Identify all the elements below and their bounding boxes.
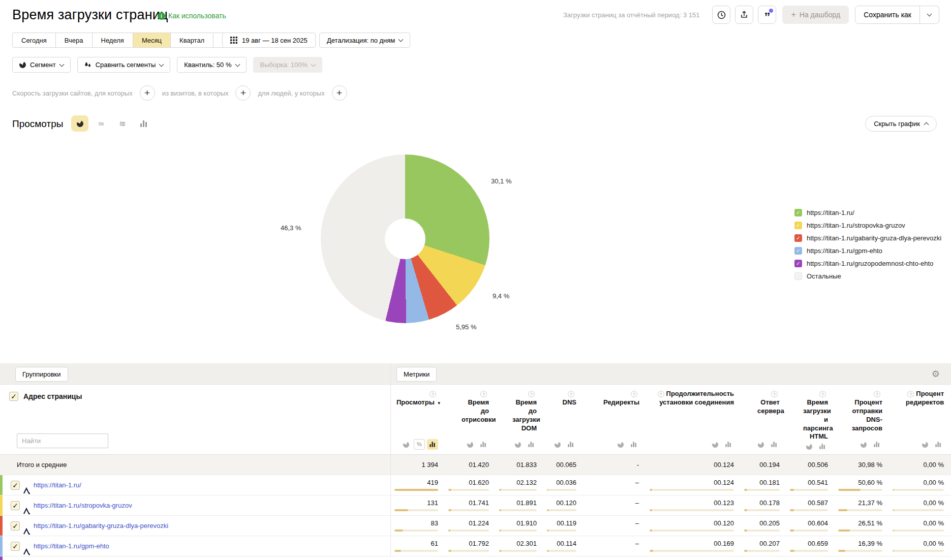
column-header-redirects[interactable]: ?Редиректы <box>582 385 646 454</box>
chart-legend: ✓ https://titan-1.ru/ ✓ https://titan-1.… <box>794 206 941 283</box>
column-header-html-parse[interactable]: ?Время загрузки и парсинга HTML <box>786 385 834 454</box>
how-to-use-link[interactable]: i Как использовать <box>158 12 226 20</box>
add-site-filter-button[interactable]: + <box>140 85 155 101</box>
help-circle-icon: ? <box>771 391 778 397</box>
pie-toggle-icon[interactable] <box>858 439 869 450</box>
pie-toggle-icon[interactable] <box>401 439 412 450</box>
search-input[interactable] <box>17 433 108 448</box>
tab-month[interactable]: Месяц <box>133 33 171 48</box>
save-as-dropdown[interactable] <box>920 6 939 24</box>
legend-item[interactable]: ✓ https://titan-1.ru/gpm-ehto <box>794 244 941 257</box>
help-circle-icon: ? <box>819 391 826 397</box>
date-range-button[interactable]: 19 авг — 18 сен 2025 <box>222 33 316 48</box>
pie-label-red: 5,95 % <box>456 323 476 331</box>
quantile-dropdown[interactable]: Квантиль: 50 % <box>177 57 246 73</box>
pie-toggle-icon[interactable] <box>804 441 815 452</box>
help-circle-icon: ? <box>568 391 574 397</box>
column-header-dns-percent[interactable]: ?Процент отправки DNS-запросов <box>834 385 888 454</box>
hide-chart-button[interactable]: Скрыть график <box>865 116 937 132</box>
bars-toggle-icon[interactable] <box>723 439 734 450</box>
legend-checkbox[interactable]: ✓ <box>794 260 802 267</box>
detalization-dropdown[interactable]: Детализация: по дням <box>319 33 410 48</box>
legend-item[interactable]: ✓ https://titan-1.ru/gruzopodemnost-chto… <box>794 257 941 270</box>
column-header-connection[interactable]: ?Продолжительность установки соединения <box>646 385 740 454</box>
legend-checkbox-unchecked[interactable]: ✓ <box>794 272 802 280</box>
legend-item[interactable]: ✓ https://titan-1.ru/ <box>794 206 941 219</box>
column-header-redirect-percent[interactable]: ?Процент редиректов <box>888 385 950 454</box>
chevron-down-icon <box>927 12 932 17</box>
bars-toggle-icon[interactable] <box>628 439 639 450</box>
tab-today[interactable]: Сегодня <box>12 33 56 48</box>
pie-chart[interactable] <box>321 154 489 323</box>
segment-dropdown[interactable]: Сегмент <box>12 57 71 73</box>
groupings-button[interactable]: Группировки <box>15 367 68 382</box>
legend-checkbox[interactable]: ✓ <box>794 209 802 216</box>
calendar-grid-icon <box>230 37 237 44</box>
add-to-dashboard-button[interactable]: + На дашборд <box>782 6 849 24</box>
legend-checkbox[interactable]: ✓ <box>794 247 802 255</box>
legend-item[interactable]: ✓ https://titan-1.ru/stropovka-gruzov <box>794 219 941 232</box>
percent-toggle[interactable]: % <box>414 439 425 450</box>
column-header-server-response[interactable]: ?Ответ сервера <box>740 385 786 454</box>
table-row: ✓ https://titan-1.ru/gpm-ehto 61 01.792 … <box>0 536 951 556</box>
page-url-link[interactable]: https://titan-1.ru/gabarity-gruza-dlya-p… <box>34 516 168 536</box>
bars-toggle-icon[interactable] <box>526 439 537 450</box>
legend-checkbox[interactable]: ✓ <box>794 234 802 242</box>
page-url-link[interactable]: https://titan-1.ru/gpm-ehto <box>34 536 109 556</box>
bars-toggle-icon[interactable] <box>478 439 489 450</box>
grouping-label: Адрес страницы <box>23 392 82 400</box>
area-chart-type-button[interactable]: ≋ <box>114 115 131 132</box>
bars-toggle-icon[interactable] <box>769 439 780 450</box>
row-checkbox[interactable]: ✓ <box>11 501 20 510</box>
clock-icon <box>717 11 726 19</box>
bars-toggle-icon[interactable] <box>565 439 576 450</box>
add-visit-filter-button[interactable]: + <box>235 85 251 101</box>
pie-toggle-icon[interactable] <box>512 439 524 450</box>
help-circle-icon: ? <box>631 391 637 397</box>
tab-yesterday[interactable]: Вчера <box>55 33 93 48</box>
row-checkbox[interactable]: ✓ <box>11 521 20 531</box>
bars-toggle-icon[interactable] <box>427 439 438 450</box>
row-checkbox[interactable]: ✓ <box>11 542 20 551</box>
save-as-button[interactable]: Сохранить как <box>855 6 920 24</box>
legend-item[interactable]: ✓ Остальные <box>794 270 941 283</box>
row-color-strip <box>0 495 3 515</box>
row-checkbox[interactable]: ✓ <box>11 481 20 490</box>
pie-toggle-icon[interactable] <box>710 439 721 450</box>
page-url-link[interactable]: https://titan-1.ru/ <box>34 475 81 495</box>
tab-quarter[interactable]: Квартал <box>170 33 213 48</box>
metrics-button[interactable]: Метрики <box>396 367 437 382</box>
sample-dropdown[interactable]: Выборка: 100% <box>253 57 323 73</box>
tab-week[interactable]: Неделя <box>92 33 133 48</box>
pie-toggle-icon[interactable] <box>919 439 931 450</box>
page-url-link[interactable]: https://titan-1.ru/stropovka-gruzov <box>34 495 132 516</box>
pie-toggle-icon[interactable] <box>755 439 766 450</box>
compare-segments-dropdown[interactable]: Сравнить сегменты <box>77 57 171 73</box>
date-range-label: 19 авг — 18 сен 2025 <box>242 37 308 44</box>
legend-checkbox[interactable]: ✓ <box>794 222 802 229</box>
filter-hint-visits: из визитов, в которых <box>162 89 229 97</box>
pie-toggle-icon[interactable] <box>552 439 563 450</box>
grouping-checkbox[interactable]: ✓ <box>9 392 18 401</box>
column-header-views[interactable]: ?Просмотры▼ % <box>390 385 444 454</box>
gear-icon[interactable]: ⚙ <box>932 369 940 379</box>
line-chart-type-button[interactable]: ≃ <box>93 115 110 132</box>
export-button[interactable] <box>735 6 753 24</box>
help-circle-icon: ? <box>874 391 880 397</box>
add-people-filter-button[interactable]: + <box>332 85 347 101</box>
segment-pie-icon <box>19 61 26 68</box>
ai-assistant-button[interactable]: ” <box>758 6 776 24</box>
legend-item[interactable]: ✓ https://titan-1.ru/gabarity-gruza-dlya… <box>794 232 941 244</box>
bars-toggle-icon[interactable] <box>871 439 882 450</box>
column-header-dns[interactable]: ?DNS <box>543 385 582 454</box>
bars-toggle-icon[interactable] <box>817 441 828 452</box>
pie-toggle-icon[interactable] <box>465 439 476 450</box>
column-header-dom-load[interactable]: ?Время до загрузки DOM <box>495 385 543 454</box>
history-button[interactable] <box>712 6 730 24</box>
column-chart-type-button[interactable] <box>135 115 152 132</box>
pie-chart-icon <box>77 120 83 127</box>
bars-toggle-icon[interactable] <box>933 439 944 450</box>
pie-toggle-icon[interactable] <box>615 439 626 450</box>
column-header-render-time[interactable]: ?Время до отрисовки <box>444 385 495 454</box>
pie-chart-type-button[interactable] <box>71 115 88 132</box>
